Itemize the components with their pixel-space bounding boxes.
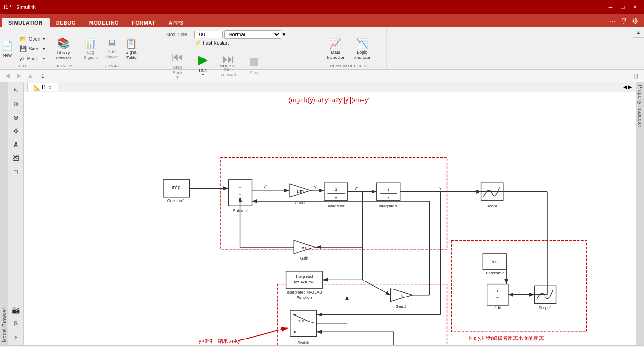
svg-text:MATLAB Fcn: MATLAB Fcn <box>294 280 314 284</box>
zoom-in-tool[interactable]: ⊕ <box>10 98 22 110</box>
svg-text:s: s <box>335 196 338 200</box>
svg-line-71 <box>362 280 390 295</box>
ribbon-options-button[interactable]: ⋯ <box>607 17 618 25</box>
svg-text:1: 1 <box>335 187 337 192</box>
svg-line-88 <box>238 328 288 341</box>
model-tab-bar: 📐 f1 ✕ ◀ ▶ <box>24 82 636 92</box>
svg-text:y: y <box>439 185 442 190</box>
tab-format[interactable]: FORMAT <box>125 18 162 27</box>
open-icon: 📂 <box>19 35 27 42</box>
image-tool[interactable]: 🖼 <box>10 152 22 165</box>
logic-analyzer-button[interactable]: 📉 LogicAnalyzer <box>351 34 373 64</box>
up-button[interactable]: ▲ <box>25 71 35 81</box>
grid-button[interactable]: ⊞ <box>631 71 641 81</box>
svg-text:Gain: Gain <box>300 256 309 261</box>
svg-text:Gain1: Gain1 <box>295 200 305 205</box>
log-signals-icon: 📊 <box>85 38 97 49</box>
svg-text:-k: -k <box>399 293 403 298</box>
svg-text:h-s: h-s <box>492 259 498 264</box>
block-tool[interactable]: □ <box>10 166 22 178</box>
minimize-button[interactable]: ─ <box>605 3 616 11</box>
pan-tool[interactable]: ✥ <box>10 125 22 137</box>
library-group-label: LIBRARY <box>47 64 80 68</box>
forward-button[interactable]: ▶ <box>14 71 24 81</box>
main-area: Model Browser ↖ ⊕ ⊖ ✥ A 🖼 □ 📷 ⎘ « 📐 f1 ✕… <box>0 82 644 345</box>
title-bar-controls: ─ □ ✕ <box>605 3 640 11</box>
simulink-diagram[interactable]: m*g Constant1 + − − Subtract 1/m Gain1 1… <box>24 92 636 345</box>
ribbon-group-library: 📚 LibraryBrowser LIBRARY <box>47 27 80 69</box>
run-dropdown-icon[interactable]: ▼ <box>201 73 205 77</box>
mode-expand-button[interactable]: ▼ <box>282 32 287 37</box>
status-bar: Ready 100% https://blog.csdn.ne... auto(… <box>0 345 644 347</box>
svg-text:a1: a1 <box>302 246 306 250</box>
close-button[interactable]: ✕ <box>630 3 640 11</box>
svg-text:> 0: > 0 <box>298 319 304 323</box>
stop-time-input[interactable] <box>194 31 223 38</box>
new-icon: 📄 <box>1 40 13 51</box>
review-group-label: REVIEW RESULTS <box>311 64 386 68</box>
simulation-mode-select[interactable]: Normal Accelerator Rapid Accelerator <box>224 30 281 39</box>
save-button[interactable]: 💾 Save ▼ <box>17 44 48 54</box>
svg-text:y>0时，结果为-ky: y>0时，结果为-ky <box>199 338 240 344</box>
add-viewer-button[interactable]: 🖥 AddViewer <box>102 34 121 64</box>
file-group-label: FILE <box>0 64 47 68</box>
back-button[interactable]: ◀ <box>3 71 12 81</box>
collapse-sidebar-tool[interactable]: « <box>10 331 22 343</box>
data-inspector-button[interactable]: 📈 DataInspector <box>324 34 347 64</box>
add-viewer-icon: 🖥 <box>107 38 116 49</box>
print-button[interactable]: 🖨 Print ▼ <box>17 54 48 64</box>
svg-text:Switch: Switch <box>297 340 309 345</box>
camera-tool[interactable]: 📷 <box>10 304 22 316</box>
title-bar-title: f1 * - Simulink <box>4 4 36 10</box>
signal-table-button[interactable]: 📋 SignalTable <box>123 34 140 64</box>
print-dropdown-icon[interactable]: ▼ <box>42 57 46 61</box>
zoom-out-tool[interactable]: ⊖ <box>10 111 22 124</box>
model-tab[interactable]: 📐 f1 ✕ <box>27 83 58 91</box>
ribbon-group-file: 📄 New 📂 Open ▼ 💾 Save ▼ 🖨 Print ▼ <box>0 27 47 69</box>
model-tab-icon: 📐 <box>33 84 40 91</box>
tab-simulation[interactable]: SIMULATION <box>2 18 50 27</box>
maximize-button[interactable]: □ <box>618 3 628 11</box>
svg-text:y'': y'' <box>264 184 267 189</box>
select-tool[interactable]: ↖ <box>10 84 22 96</box>
ribbon-group-prepare: 📊 LogSignals 🖥 AddViewer 📋 SignalTable P… <box>80 27 141 69</box>
library-browser-button[interactable]: 📚 LibraryBrowser <box>53 34 74 64</box>
new-button[interactable]: 📄 New <box>0 34 16 64</box>
data-inspector-icon: 📈 <box>330 38 341 49</box>
step-back-dropdown-icon[interactable]: ▼ <box>176 75 180 80</box>
svg-text:1: 1 <box>387 187 389 192</box>
ribbon-settings-button[interactable]: ⚙ <box>630 17 640 25</box>
fast-restart-icon: ⚡ <box>194 40 201 46</box>
svg-text:Constant2: Constant2 <box>486 271 504 275</box>
ribbon-help-button[interactable]: ? <box>620 17 628 25</box>
svg-text:Integrator1: Integrator1 <box>379 204 398 208</box>
svg-text:−: − <box>239 192 241 197</box>
tab-debug[interactable]: DEBUG <box>50 18 83 27</box>
log-signals-button[interactable]: 📊 LogSignals <box>81 34 101 64</box>
property-inspector-panel[interactable]: Property Inspector <box>636 82 644 345</box>
tab-apps[interactable]: APPS <box>162 18 190 27</box>
ribbon-group-simulate: Stop Time Normal Accelerator Rapid Accel… <box>141 27 311 69</box>
model-browser-panel[interactable]: Model Browser <box>0 82 8 345</box>
svg-text:−: − <box>496 295 499 300</box>
tab-scroll-left[interactable]: ◀ <box>623 84 627 90</box>
tab-modeling[interactable]: MODELING <box>83 18 125 27</box>
copy-tool[interactable]: ⎘ <box>10 317 22 330</box>
svg-text:Constant1: Constant1 <box>167 198 185 203</box>
ribbon-tab-bar: SIMULATION DEBUG MODELING FORMAT APPS ⋯ … <box>0 14 644 27</box>
svg-text:Gain2: Gain2 <box>396 304 406 309</box>
open-dropdown-icon[interactable]: ▼ <box>42 37 46 41</box>
model-tab-close[interactable]: ✕ <box>48 85 52 90</box>
canvas-area: 📐 f1 ✕ ◀ ▶ (mg+b(y)-a1y'-a2y'|y'|)/m=y" <box>24 82 636 345</box>
svg-text:Add: Add <box>494 306 501 310</box>
left-toolbar: ↖ ⊕ ⊖ ✥ A 🖼 □ 📷 ⎘ « <box>8 82 24 345</box>
text-tool[interactable]: A <box>10 139 22 151</box>
print-icon: 🖨 <box>19 55 25 62</box>
breadcrumb: f1 <box>37 72 48 80</box>
tab-scroll-right[interactable]: ▶ <box>628 84 632 90</box>
ribbon-collapse-button[interactable]: ▲ <box>633 27 644 38</box>
save-dropdown-icon[interactable]: ▼ <box>42 47 46 51</box>
open-button[interactable]: 📂 Open ▼ <box>17 34 48 44</box>
svg-text:s: s <box>387 196 389 200</box>
svg-text:y': y' <box>355 186 358 190</box>
